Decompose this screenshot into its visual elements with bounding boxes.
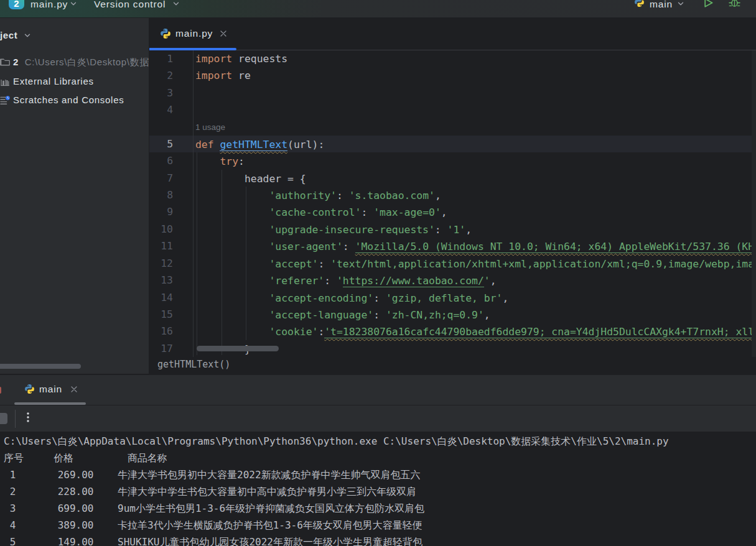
- run-tool-window: main C:\Users\白炎\AppData\Local\Programs\…: [0, 374, 756, 546]
- run-configuration-selector[interactable]: main: [650, 0, 673, 11]
- line-numbers: 1 2 3 4 5 6 7 8 9 10 11 12 13 14 15 16 1…: [149, 50, 173, 357]
- tree-item-label: Scratches and Consoles: [13, 91, 124, 109]
- editor-tab-bar: main.py: [149, 18, 756, 50]
- python-icon: [634, 0, 645, 7]
- python-icon: [24, 384, 35, 394]
- more-options-icon[interactable]: [24, 411, 32, 426]
- editor-tab-main-py[interactable]: main.py: [175, 27, 213, 40]
- code-text[interactable]: import requests import re 1 usage def ge…: [195, 50, 756, 357]
- run-console[interactable]: C:\Users\白炎\AppData\Local\Programs\Pytho…: [0, 432, 756, 546]
- project-selector[interactable]: main.py: [30, 0, 68, 11]
- run-button[interactable]: [703, 0, 714, 8]
- chevron-down-icon: [70, 0, 77, 7]
- libraries-icon: [0, 76, 10, 86]
- toolbar-icon[interactable]: [0, 413, 7, 424]
- tree-item[interactable]: External Libraries: [0, 72, 149, 91]
- gutter-separator: [193, 50, 194, 357]
- debug-button[interactable]: [729, 0, 740, 9]
- console-output: C:\Users\白炎\AppData\Local\Programs\Pytho…: [4, 433, 669, 546]
- project-panel-header[interactable]: ject: [0, 28, 149, 43]
- chevron-down-icon: [172, 0, 180, 7]
- chevron-down-icon: [677, 0, 684, 7]
- run-tab-main[interactable]: main: [39, 382, 62, 396]
- stop-icon[interactable]: [0, 387, 1, 394]
- chevron-down-icon: [24, 32, 31, 39]
- python-icon: [160, 28, 171, 39]
- folder-icon: [0, 57, 10, 67]
- project-badge[interactable]: 2: [9, 0, 24, 9]
- run-tab-underline: [14, 402, 86, 405]
- toolbar-separator: [15, 410, 16, 428]
- sidebar-horizontal-scrollbar[interactable]: [0, 364, 81, 369]
- main-toolbar: 2 main.py Version control main: [0, 0, 756, 18]
- tree-item[interactable]: 2 C:\Users\白炎\Desktop\数据采集技术\作业\5\2: [0, 53, 149, 72]
- project-panel-title: ject: [0, 28, 17, 43]
- scratches-icon: [0, 95, 10, 105]
- project-tool-window: ject 2 C:\Users\白炎\Desktop\数据采集技术\作业\5\2…: [0, 18, 149, 374]
- editor-vertical-scrollbar[interactable]: [752, 50, 756, 357]
- tree-item-label: 2 C:\Users\白炎\Desktop\数据采集技术\作业\5\2: [13, 53, 149, 72]
- tree-item[interactable]: Scratches and Consoles: [0, 91, 149, 109]
- vcs-widget[interactable]: Version control: [94, 0, 166, 11]
- close-icon[interactable]: [220, 30, 227, 37]
- close-icon[interactable]: [70, 386, 78, 393]
- tree-item-label: External Libraries: [13, 72, 94, 91]
- run-toolbar: [0, 405, 756, 432]
- editor-area: main.py 1 2 3 4 5 6 7 8 9 10 11 12 13 14…: [149, 18, 756, 374]
- editor-horizontal-scrollbar[interactable]: [197, 346, 279, 351]
- breadcrumbs-bar: getHTMLText(): [149, 357, 756, 374]
- code-viewport[interactable]: 1 2 3 4 5 6 7 8 9 10 11 12 13 14 15 16 1…: [149, 50, 756, 357]
- breadcrumb-item[interactable]: getHTMLText(): [157, 357, 230, 372]
- run-tab-bar: main: [0, 374, 756, 405]
